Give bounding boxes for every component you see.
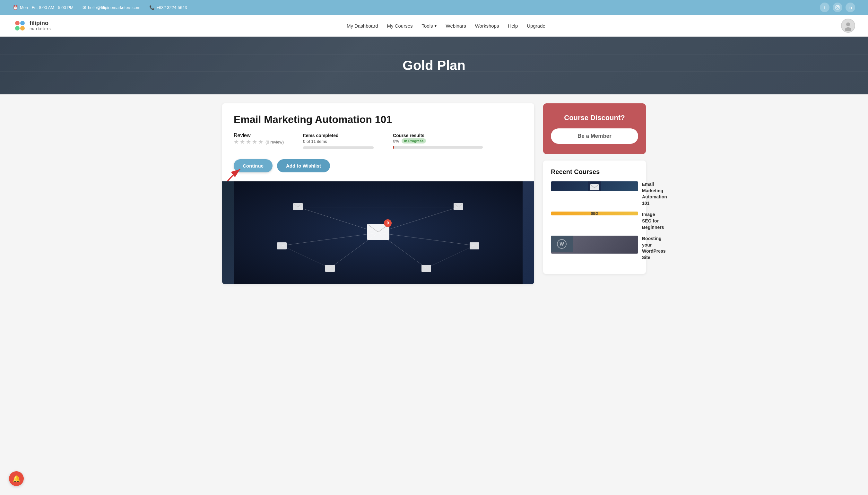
top-bar-phone[interactable]: 📞 +632 3224-5643	[149, 5, 187, 10]
logo-sub: marketers	[30, 27, 51, 31]
review-count: (0 review)	[265, 140, 284, 144]
social-icons: f in	[820, 3, 855, 12]
email-network-svg: 9	[222, 181, 534, 284]
logo-icon	[13, 19, 27, 33]
recent-course-name-seo: Image SEO for Beginners	[642, 211, 664, 231]
items-completed-value: 0 of 11 items	[303, 139, 374, 144]
star-5: ★	[258, 138, 263, 146]
items-completed-label: Items completed	[303, 133, 338, 138]
recent-courses-title: Recent Courses	[551, 168, 638, 175]
logo-brand: filipino	[30, 20, 51, 27]
recent-course-wp[interactable]: W Boosting your WordPress Site	[551, 236, 638, 261]
svg-rect-10	[0, 54, 868, 55]
course-results-label: Course results	[393, 133, 424, 138]
course-info: Email Marketing Automation 101 Review ★ …	[222, 103, 534, 181]
course-card: Email Marketing Automation 101 Review ★ …	[222, 103, 534, 284]
star-3: ★	[246, 138, 251, 146]
course-title: Email Marketing Automation 101	[234, 114, 523, 125]
phone-icon: 📞	[149, 5, 154, 10]
results-percent: 0%	[393, 139, 399, 143]
action-buttons: Continue Add to Wishlist	[234, 159, 330, 172]
nav-dashboard[interactable]: My Dashboard	[347, 23, 378, 29]
member-button[interactable]: Be a Member	[551, 129, 638, 144]
nav-tools[interactable]: Tools ▾	[422, 23, 437, 29]
star-4: ★	[252, 138, 257, 146]
avatar-icon	[843, 20, 853, 31]
chevron-down-icon: ▾	[434, 23, 437, 29]
nav-workshops[interactable]: Workshops	[475, 23, 499, 29]
course-image: 9	[222, 181, 534, 284]
top-bar-left: ⏰ Mon - Fri: 8:00 AM - 5:00 PM ✉ hello@f…	[13, 5, 187, 10]
course-meta: Review ★ ★ ★ ★ ★ (0 review) Items comple…	[234, 133, 523, 149]
in-progress-badge: In Progress	[402, 138, 426, 143]
svg-rect-0	[836, 5, 839, 9]
star-1: ★	[234, 138, 239, 146]
nav-bar: filipino marketers My Dashboard My Cours…	[0, 15, 868, 37]
nav-links: My Dashboard My Courses Tools ▾ Webinars…	[347, 23, 545, 29]
facebook-icon[interactable]: f	[820, 3, 830, 12]
email-text: hello@filipinomarketers.com	[88, 5, 140, 10]
action-area: Continue Add to Wishlist	[234, 158, 330, 172]
hero-title: Gold Plan	[402, 58, 466, 73]
top-bar: ⏰ Mon - Fri: 8:00 AM - 5:00 PM ✉ hello@f…	[0, 0, 868, 15]
nav-courses[interactable]: My Courses	[387, 23, 413, 29]
course-results-value: 0% In Progress	[393, 138, 483, 143]
linkedin-icon[interactable]: in	[846, 3, 855, 12]
nav-help[interactable]: Help	[508, 23, 518, 29]
recent-course-name-email: Email Marketing Automation 101	[642, 181, 667, 206]
svg-point-7	[846, 22, 850, 26]
clock-icon: ⏰	[13, 5, 18, 10]
recent-course-thumb-seo: SEO	[551, 211, 638, 216]
results-progress-fill	[393, 146, 394, 149]
recent-course-thumb-wp: W	[551, 236, 638, 254]
logo[interactable]: filipino marketers	[13, 19, 51, 33]
hero-banner: Gold Plan	[0, 37, 868, 95]
svg-rect-37	[421, 265, 431, 272]
svg-rect-35	[470, 242, 479, 250]
recent-course-email[interactable]: Email Marketing Automation 101	[551, 181, 638, 206]
hours-text: Mon - Fri: 8:00 AM - 5:00 PM	[20, 5, 73, 10]
results-progress-bar	[393, 146, 483, 149]
nav-upgrade[interactable]: Upgrade	[527, 23, 545, 29]
wishlist-button[interactable]: Add to Wishlist	[277, 159, 330, 172]
recent-course-thumb-email	[551, 181, 638, 191]
svg-text:9: 9	[387, 221, 389, 225]
review-label: Review	[234, 133, 250, 138]
svg-point-1	[836, 6, 838, 8]
recent-course-name-wp: Boosting your WordPress Site	[642, 236, 666, 261]
sidebar: Course Discount? Be a Member Recent Cour…	[543, 103, 646, 284]
svg-point-4	[20, 21, 25, 25]
top-bar-hours: ⏰ Mon - Fri: 8:00 AM - 5:00 PM	[13, 5, 73, 10]
recent-courses-card: Recent Courses Email Marketing Automatio…	[543, 160, 646, 274]
items-completed-section: Items completed 0 of 11 items	[303, 133, 374, 149]
main-container: Email Marketing Automation 101 Review ★ …	[209, 95, 659, 293]
discount-card: Course Discount? Be a Member	[543, 103, 646, 154]
nav-webinars[interactable]: Webinars	[446, 23, 466, 29]
svg-point-2	[838, 6, 839, 7]
svg-point-8	[845, 27, 851, 31]
svg-point-5	[15, 26, 20, 31]
recent-course-seo[interactable]: SEO Image SEO for Beginners	[551, 211, 638, 231]
review-section: Review ★ ★ ★ ★ ★ (0 review)	[234, 133, 284, 146]
star-rating: ★ ★ ★ ★ ★ (0 review)	[234, 138, 284, 146]
svg-point-6	[20, 26, 25, 31]
items-progress-bar	[303, 147, 374, 149]
course-results-section: Course results 0% In Progress	[393, 133, 483, 149]
logo-text: filipino marketers	[30, 20, 51, 31]
svg-rect-36	[325, 265, 335, 272]
svg-point-3	[15, 21, 20, 25]
discount-title: Course Discount?	[564, 114, 625, 122]
continue-button[interactable]: Continue	[234, 159, 273, 172]
star-2: ★	[240, 138, 245, 146]
email-icon: ✉	[83, 5, 86, 10]
user-avatar[interactable]	[841, 19, 855, 33]
instagram-icon[interactable]	[833, 3, 842, 12]
svg-text:W: W	[559, 241, 564, 246]
top-bar-email[interactable]: ✉ hello@filipinomarketers.com	[83, 5, 140, 10]
svg-rect-34	[277, 242, 287, 250]
phone-text: +632 3224-5643	[156, 5, 187, 10]
